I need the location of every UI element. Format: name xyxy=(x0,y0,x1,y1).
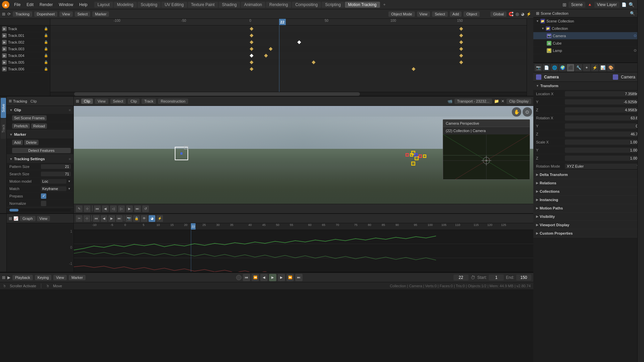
clip-clip-btn[interactable]: Clip xyxy=(128,99,140,104)
loc-z-value[interactable]: 4.9583m xyxy=(565,107,641,113)
workspace-rendering[interactable]: Rendering xyxy=(266,2,291,8)
viewport-shading-icons[interactable]: ◕ xyxy=(521,12,524,16)
keyframe-3-1[interactable] xyxy=(250,47,254,51)
search-icon[interactable]: 🔍 xyxy=(629,2,634,7)
menu-file[interactable]: File xyxy=(11,2,23,8)
playback-menu[interactable]: Playback xyxy=(12,275,33,280)
track-item-002[interactable]: ▶ Track.002 🔒 xyxy=(0,39,50,46)
viewport-pan-btn[interactable]: ✋ xyxy=(512,107,521,117)
prepass-checkbox[interactable]: ✓ xyxy=(41,193,46,199)
keyframe-1-1[interactable] xyxy=(250,34,254,37)
clip-track-back[interactable]: ◁ xyxy=(110,205,117,212)
scale-z-value[interactable]: 1.000 xyxy=(565,156,641,161)
keyframe-5-1[interactable] xyxy=(250,60,254,64)
g-icon-lock[interactable]: 🔒 xyxy=(133,215,140,222)
tracking-settings-header[interactable]: ▼ Tracking Settings ≡ xyxy=(7,155,73,163)
object-mode-btn[interactable]: Object Mode xyxy=(388,11,415,17)
motion-model-select[interactable]: Loc xyxy=(41,179,66,184)
overlay-icon[interactable]: ◎ xyxy=(516,12,519,16)
next-frame-btn[interactable]: ▶ xyxy=(278,274,285,281)
prefetch-btn[interactable]: Prefetch xyxy=(12,123,30,129)
tracking-tab-solve[interactable]: Solve xyxy=(1,98,6,118)
props-physics-tab[interactable]: ⚡ xyxy=(591,64,598,71)
workspace-add[interactable]: + xyxy=(381,2,388,8)
workspace-scripting[interactable]: Scripting xyxy=(322,2,344,8)
current-frame-input[interactable]: 22 xyxy=(453,275,469,281)
menu-help[interactable]: Help xyxy=(76,2,90,8)
ds-marker-menu[interactable]: Marker xyxy=(92,11,109,17)
track-item-001[interactable]: ▶ Track.001 🔒 xyxy=(0,32,50,39)
keyframe-0-2[interactable] xyxy=(460,27,463,31)
ds-view-menu[interactable]: View xyxy=(59,11,73,17)
marker-add-btn[interactable]: Add xyxy=(12,140,23,145)
workspace-layout[interactable]: Layout xyxy=(94,2,113,8)
marker-y5[interactable] xyxy=(423,155,426,158)
clip-jump-end[interactable]: ⏭ xyxy=(134,205,141,212)
g-icon-jump-end[interactable]: ⏭ xyxy=(116,215,123,222)
marker-b1[interactable] xyxy=(414,153,418,157)
workspace-sculpting[interactable]: Sculpting xyxy=(138,2,161,8)
custom-props-title[interactable]: ▶ Custom Properties xyxy=(533,229,644,237)
keyframe-2-3[interactable] xyxy=(460,40,463,44)
marker-y3[interactable] xyxy=(411,162,415,166)
g-icon-jump-start[interactable]: ⏮ xyxy=(93,215,100,222)
track-item-006[interactable]: ▶ Track.006 🔒 xyxy=(0,66,50,72)
marker-section-header[interactable]: ▼ Marker xyxy=(7,130,73,138)
ds-view-btn2[interactable]: View xyxy=(417,11,430,17)
outliner-lamp[interactable]: 💡 Lamp ⊙ 👁 xyxy=(533,47,644,54)
marker-r1[interactable] xyxy=(406,153,409,157)
keyframe-5-2[interactable] xyxy=(312,60,315,64)
props-data-tab[interactable]: 📊 xyxy=(599,64,606,71)
rot-x-value[interactable]: 63.6° xyxy=(565,115,641,121)
track-item-003[interactable]: ▶ Track.003 🔒 xyxy=(0,46,50,52)
snap-icon[interactable]: 🧲 xyxy=(508,12,514,16)
keyframe-0-1[interactable] xyxy=(250,27,254,31)
clip-reconstruction-btn[interactable]: Reconstruction xyxy=(158,99,188,104)
ds-select-btn2[interactable]: Select xyxy=(432,11,448,17)
rot-z-value[interactable]: 46.7° xyxy=(565,131,641,137)
loc-y-value[interactable]: -6.9258m xyxy=(565,99,641,105)
keyframe-4-1[interactable] xyxy=(250,54,254,57)
marker-y4[interactable] xyxy=(410,153,413,157)
workspace-modeling[interactable]: Modeling xyxy=(114,2,137,8)
workspace-animation[interactable]: Animation xyxy=(241,2,265,8)
clip-loop-icon[interactable]: ↺ xyxy=(142,205,149,212)
clip-prev-frame[interactable]: ◀ xyxy=(102,205,109,212)
cam-restrict[interactable]: ⊙ xyxy=(634,34,637,38)
view-menu-pb[interactable]: View xyxy=(53,275,67,280)
g-icon-filter[interactable]: ⚡ xyxy=(156,215,163,222)
menu-window[interactable]: Window xyxy=(56,2,76,8)
global-btn[interactable]: Global xyxy=(490,11,506,17)
transport-close-icon[interactable]: ✕ xyxy=(501,99,504,104)
keyframe-2-2[interactable] xyxy=(298,40,301,44)
dopesheet-scrollbar-thumb[interactable] xyxy=(74,92,360,96)
app-icon[interactable]: ▲ xyxy=(2,1,9,8)
outliner-scene-collection[interactable]: ▼ 📁 Scene Collection 👁 xyxy=(533,17,644,25)
clip-draw-icon[interactable]: ✎ xyxy=(76,205,83,212)
track-item-004[interactable]: ▶ Track.004 🔒 xyxy=(0,52,50,59)
clip-select-btn[interactable]: Select xyxy=(110,99,126,104)
props-render-tab[interactable]: 📷 xyxy=(535,64,542,71)
track-item-005[interactable]: ▶ Track.005 🔒 xyxy=(0,59,50,66)
clip-editor-type[interactable]: ⊞ xyxy=(76,99,79,104)
menu-edit[interactable]: Edit xyxy=(24,2,36,8)
g-icon-next[interactable]: ▶ xyxy=(108,215,115,222)
keyframe-4-3[interactable] xyxy=(460,54,463,57)
playback-mode-icon[interactable]: ▶ xyxy=(7,275,10,280)
outliner-search-icon[interactable]: 🔍 xyxy=(630,11,635,16)
clip-tracking-btn[interactable]: Clip xyxy=(81,99,93,104)
ds-add-btn[interactable]: Add xyxy=(450,11,462,17)
g-icon-vis[interactable]: 👁 xyxy=(141,215,148,222)
scale-y-value[interactable]: 1.000 xyxy=(565,147,641,153)
ds-view-btn[interactable]: Dopesheet xyxy=(34,11,57,17)
view-layer-selector[interactable]: View Layer xyxy=(594,2,620,8)
props-object-tab[interactable]: ⬛ xyxy=(567,64,574,71)
prop-view-menu[interactable]: Clip xyxy=(31,99,37,103)
ds-select-menu[interactable]: Select xyxy=(75,11,91,17)
clip-track-btn[interactable]: Track xyxy=(142,99,156,104)
clip-jump-start[interactable]: ⏮ xyxy=(94,205,101,212)
motion-paths-title[interactable]: ▶ Motion Paths xyxy=(533,204,644,212)
menu-render[interactable]: Render xyxy=(37,2,55,8)
clip-section-options[interactable]: ≡ xyxy=(69,108,71,112)
graph-type-icon[interactable]: ⊞ xyxy=(9,216,12,221)
